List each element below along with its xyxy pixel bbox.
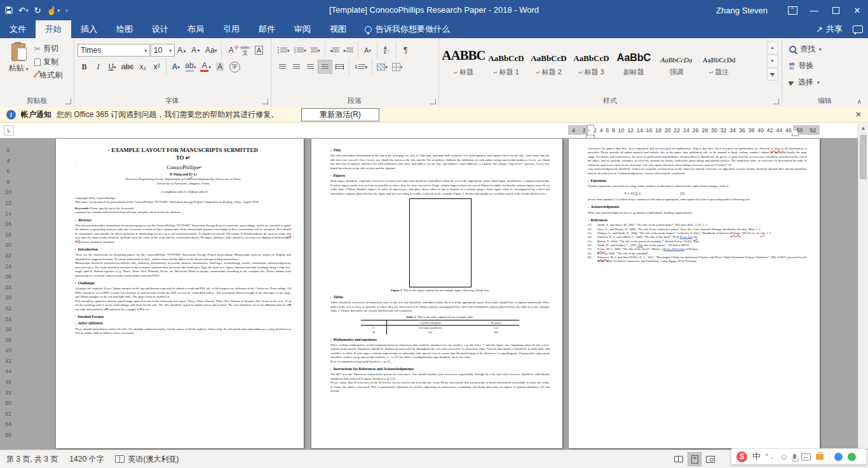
select-button[interactable]: 选择▾ bbox=[789, 77, 820, 88]
signed-in-user[interactable]: Zhang Steven bbox=[716, 6, 768, 15]
increase-indent-button[interactable]: ▸ bbox=[342, 44, 355, 57]
document-page-1[interactable]: · EXAMPLE LAYOUT FOR MANUSCRIPTS SUBMITT… bbox=[56, 139, 304, 448]
print-layout-icon[interactable] bbox=[688, 452, 702, 466]
underline-button[interactable]: U▾ bbox=[105, 60, 119, 73]
tab-stop-selector[interactable]: L bbox=[4, 125, 14, 135]
font-name-combo[interactable]: Times▾ bbox=[78, 44, 150, 57]
bullets-button[interactable]: ▾ bbox=[276, 44, 292, 57]
justify-button[interactable] bbox=[318, 60, 332, 74]
document-page-3[interactable]: references for papers that have been sub… bbox=[569, 139, 820, 448]
toolbox-icon[interactable] bbox=[816, 454, 824, 460]
tab-file[interactable]: 文件 bbox=[0, 20, 36, 38]
borders-button[interactable]: ▾ bbox=[390, 60, 405, 73]
restore-button[interactable] bbox=[825, 0, 846, 20]
align-center-button[interactable] bbox=[290, 60, 303, 73]
tab-mailings[interactable]: 邮件 bbox=[249, 20, 285, 38]
asian-layout-button[interactable]: A▾ bbox=[361, 44, 374, 57]
subscript-button[interactable]: x₂ bbox=[136, 60, 149, 73]
align-right-button[interactable] bbox=[304, 60, 317, 73]
undo-icon[interactable]: ↶▾ bbox=[18, 6, 28, 15]
paragraph-dialog-launcher[interactable] bbox=[430, 99, 436, 104]
ime-skin-icon[interactable] bbox=[834, 453, 843, 461]
notification-close-icon[interactable]: ✕ bbox=[855, 110, 862, 119]
change-case-button[interactable]: Aa▾ bbox=[203, 44, 219, 57]
microphone-icon[interactable] bbox=[793, 454, 796, 459]
format-painter-button[interactable]: 格式刷 bbox=[34, 70, 62, 81]
style-item-heading-3[interactable]: AaBbCcD↵标题 3 bbox=[570, 41, 613, 86]
decrease-indent-button[interactable]: ◂ bbox=[328, 44, 341, 57]
tab-layout[interactable]: 布局 bbox=[178, 20, 214, 38]
styles-scroll-down-icon[interactable]: ▼ bbox=[767, 55, 778, 67]
close-button[interactable]: ✕ bbox=[846, 0, 868, 20]
font-dialog-launcher[interactable] bbox=[262, 99, 268, 104]
font-color-button[interactable]: A▾ bbox=[198, 60, 213, 73]
grow-font-button[interactable]: A▲ bbox=[175, 44, 189, 57]
bold-button[interactable]: B bbox=[78, 60, 91, 73]
sort-button[interactable]: AZ↓ bbox=[380, 44, 393, 57]
clear-formatting-button[interactable]: A bbox=[224, 44, 238, 57]
numbering-button[interactable]: 123▾ bbox=[292, 44, 308, 57]
customize-qat-icon[interactable]: ▿ bbox=[65, 8, 68, 13]
copy-button[interactable]: 复制 bbox=[34, 57, 62, 67]
sogou-logo-icon[interactable]: S bbox=[736, 451, 747, 462]
show-hide-marks-button[interactable]: ¶ bbox=[399, 44, 412, 57]
collapse-ribbon-icon[interactable]: ∧ bbox=[857, 98, 862, 105]
clipboard-dialog-launcher[interactable] bbox=[65, 99, 71, 104]
style-item-title[interactable]: AABBC↵标题 bbox=[442, 41, 485, 86]
share-button[interactable]: ↗ 共享 bbox=[816, 24, 843, 35]
character-border-button[interactable]: A bbox=[252, 44, 266, 57]
line-spacing-button[interactable]: ⇕▾ bbox=[352, 60, 369, 73]
find-button[interactable]: 查找▾ bbox=[789, 44, 822, 55]
distribute-button[interactable] bbox=[333, 60, 346, 73]
strikethrough-button[interactable]: abc bbox=[119, 60, 135, 73]
save-icon[interactable] bbox=[5, 6, 13, 14]
multilevel-list-button[interactable]: ▾ bbox=[309, 44, 322, 57]
ime-punctuation-toggle[interactable]: °， bbox=[766, 452, 775, 461]
tab-draw[interactable]: 绘图 bbox=[107, 20, 142, 38]
page-indicator[interactable]: 第 3 页, 共 3 页 bbox=[6, 454, 58, 465]
text-effects-button[interactable]: A▾ bbox=[169, 60, 182, 73]
ime-language-toggle[interactable]: 中 bbox=[752, 451, 761, 462]
paste-button[interactable]: 粘贴 ▾ bbox=[5, 43, 32, 89]
font-size-combo[interactable]: 10▾ bbox=[151, 44, 175, 57]
read-mode-icon[interactable] bbox=[672, 453, 685, 465]
word-count[interactable]: 1420 个字 bbox=[69, 454, 104, 465]
style-item-heading-2[interactable]: AaBbCcD↵标题 2 bbox=[527, 41, 570, 86]
shrink-font-button[interactable]: A▼ bbox=[189, 44, 203, 57]
style-item-subtitle[interactable]: AaBbC副标题 bbox=[613, 41, 655, 86]
tell-me-box[interactable]: 告诉我你想要做什么 bbox=[356, 20, 459, 38]
replace-button[interactable]: abac替换 bbox=[789, 60, 813, 71]
ime-extra-icon[interactable] bbox=[848, 453, 856, 461]
style-item-caption[interactable]: AaBbCcDd↵题注 bbox=[698, 41, 740, 86]
character-shading-button[interactable]: A bbox=[214, 60, 227, 73]
tab-review[interactable]: 审阅 bbox=[285, 20, 320, 38]
keyboard-icon[interactable] bbox=[801, 453, 811, 460]
cut-button[interactable]: ✂剪切 bbox=[34, 43, 62, 54]
tab-insert[interactable]: 插入 bbox=[71, 20, 107, 38]
phonetic-guide-button[interactable]: wén文 bbox=[238, 44, 252, 57]
web-layout-icon[interactable] bbox=[704, 453, 717, 465]
tab-home[interactable]: 开始 bbox=[36, 20, 71, 38]
tab-design[interactable]: 设计 bbox=[142, 20, 178, 38]
enclose-characters-button[interactable]: 字 bbox=[227, 60, 242, 73]
highlight-color-button[interactable]: ab▾ bbox=[183, 60, 198, 73]
reactivate-button[interactable]: 重新激活(R) bbox=[301, 108, 379, 121]
superscript-button[interactable]: x² bbox=[150, 60, 163, 73]
minimize-button[interactable]: — bbox=[803, 0, 825, 20]
comments-icon[interactable] bbox=[853, 25, 863, 33]
emoji-icon[interactable]: ☺ bbox=[780, 453, 788, 461]
styles-dialog-launcher[interactable] bbox=[773, 99, 779, 104]
proofing-status[interactable]: 英语(澳大利亚) bbox=[115, 454, 179, 465]
italic-button[interactable]: I bbox=[92, 60, 105, 73]
ribbon-display-options-icon[interactable]: ^ bbox=[782, 0, 803, 20]
document-page-2[interactable]: ▪TitleThe title and author information a… bbox=[311, 139, 562, 448]
scroll-up-icon[interactable]: ▲ bbox=[858, 123, 868, 133]
scrollbar-thumb[interactable] bbox=[860, 135, 867, 179]
align-left-button[interactable] bbox=[276, 60, 289, 73]
styles-scroll-up-icon[interactable]: ▲ bbox=[767, 41, 778, 54]
shading-button[interactable]: ▾ bbox=[375, 60, 390, 73]
styles-more-icon[interactable]: ▬▼ bbox=[767, 68, 778, 81]
redo-icon[interactable]: ↻ bbox=[34, 6, 41, 15]
tab-references[interactable]: 引用 bbox=[214, 20, 249, 38]
style-item-heading-1[interactable]: AaBbCcD↵标题 1 bbox=[485, 41, 527, 86]
